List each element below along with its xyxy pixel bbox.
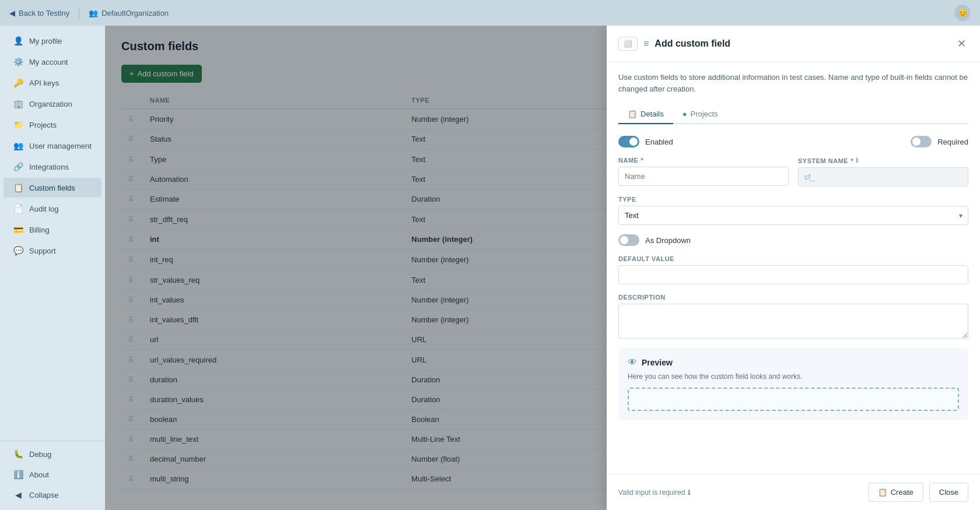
- create-button[interactable]: 📋 Create: [868, 483, 923, 502]
- tab-details[interactable]: 📋 Details: [618, 105, 673, 124]
- sidebar-item-custom-fields[interactable]: 📋 Custom fields: [4, 178, 102, 198]
- back-arrow-icon: ◀: [9, 9, 15, 17]
- projects-icon: 📁: [13, 120, 23, 129]
- sidebar-item-user-management[interactable]: 👥 User management: [4, 136, 102, 156]
- sidebar-item-label: Integrations: [29, 163, 69, 171]
- sidebar-item-my-profile[interactable]: 👤 My profile: [4, 31, 102, 51]
- enabled-toggle-slider: [618, 136, 639, 147]
- back-button[interactable]: ◀ Back to Testiny: [9, 9, 69, 17]
- sidebar: 👤 My profile ⚙️ My account 🔑 API keys 🏢 …: [0, 26, 105, 510]
- sidebar-item-label: User management: [29, 142, 92, 150]
- as-dropdown-toggle-slider: [618, 234, 639, 246]
- topbar: ◀ Back to Testiny 👥 DefaultOrganization …: [0, 0, 980, 26]
- preview-title: Preview: [642, 358, 673, 367]
- close-button[interactable]: Close: [929, 483, 968, 502]
- sidebar-item-collapse[interactable]: ◀ Collapse: [4, 485, 102, 505]
- required-toggle[interactable]: [911, 136, 932, 147]
- back-label: Back to Testiny: [19, 9, 69, 17]
- sidebar-item-label: My profile: [29, 37, 62, 45]
- system-name-label: SYSTEM NAME * ℹ: [798, 157, 968, 164]
- name-label: NAME *: [618, 157, 789, 164]
- system-name-input[interactable]: [798, 167, 968, 187]
- create-icon: 📋: [878, 488, 887, 497]
- preview-description: Here you can see how the custom field lo…: [628, 372, 959, 381]
- add-custom-field-modal: ⬜ ≡ Add custom field ✕ Use custom fields…: [607, 26, 980, 510]
- sidebar-item-label: My account: [29, 58, 68, 66]
- modal-body: Use custom fields to store additional in…: [607, 62, 980, 474]
- content-area: Custom fields + Add custom field NAME TY…: [105, 26, 980, 510]
- description-group: DESCRIPTION: [618, 294, 968, 339]
- modal-collapse-button[interactable]: ⬜: [618, 37, 638, 51]
- sidebar-item-projects[interactable]: 📁 Projects: [4, 115, 102, 135]
- sidebar-item-debug[interactable]: 🐛 Debug: [4, 444, 102, 464]
- type-label: TYPE: [618, 196, 968, 203]
- sidebar-item-label: Organization: [29, 100, 72, 108]
- name-row: NAME * SYSTEM NAME * ℹ: [618, 157, 968, 187]
- sidebar-item-label: Collapse: [29, 491, 59, 500]
- preview-header: 👁 Preview: [628, 357, 959, 368]
- preview-section: 👁 Preview Here you can see how the custo…: [618, 348, 968, 420]
- default-value-group: DEFAULT VALUE: [618, 255, 968, 284]
- valid-input-message: Valid input is required ℹ: [618, 488, 862, 497]
- sidebar-item-label: Custom fields: [29, 184, 75, 192]
- system-name-required-star: *: [850, 157, 853, 164]
- enabled-toggle[interactable]: [618, 136, 639, 147]
- about-icon: ℹ️: [13, 470, 23, 479]
- modal-header: ⬜ ≡ Add custom field ✕: [607, 26, 980, 62]
- tab-projects[interactable]: ● Projects: [673, 105, 727, 124]
- type-select[interactable]: Text Number (integer) Number (float) Dur…: [618, 206, 968, 225]
- modal-description: Use custom fields to store additional in…: [618, 72, 968, 94]
- as-dropdown-row: As Dropdown: [618, 234, 968, 246]
- collapse-icon: ◀: [13, 490, 23, 500]
- debug-icon: 🐛: [13, 449, 23, 459]
- modal-close-button[interactable]: ✕: [955, 35, 968, 52]
- preview-input[interactable]: [635, 395, 952, 403]
- modal-title: Add custom field: [654, 38, 949, 49]
- integrations-icon: 🔗: [13, 162, 23, 171]
- sidebar-item-label: Debug: [29, 450, 51, 459]
- toggle-row: Enabled Required: [618, 136, 968, 147]
- as-dropdown-label: As Dropdown: [645, 236, 691, 245]
- tab-details-icon: 📋: [628, 110, 637, 118]
- sidebar-item-label: Support: [29, 247, 56, 255]
- description-textarea[interactable]: [618, 304, 968, 339]
- sidebar-item-api-keys[interactable]: 🔑 API keys: [4, 73, 102, 93]
- system-name-group: SYSTEM NAME * ℹ: [798, 157, 968, 187]
- sidebar-item-support[interactable]: 💬 Support: [4, 241, 102, 261]
- sidebar-item-organization[interactable]: 🏢 Organization: [4, 94, 102, 114]
- as-dropdown-toggle[interactable]: [618, 234, 639, 246]
- name-input[interactable]: [618, 167, 789, 186]
- tab-projects-label: Projects: [691, 110, 718, 118]
- sidebar-item-billing[interactable]: 💳 Billing: [4, 220, 102, 240]
- required-label: Required: [937, 138, 968, 146]
- billing-icon: 💳: [13, 225, 23, 234]
- custom-fields-icon: 📋: [13, 183, 23, 192]
- sidebar-item-my-account[interactable]: ⚙️ My account: [4, 52, 102, 72]
- type-select-wrapper: Text Number (integer) Number (float) Dur…: [618, 206, 968, 225]
- sidebar-item-audit-log[interactable]: 📄 Audit log: [4, 199, 102, 219]
- default-value-label: DEFAULT VALUE: [618, 255, 968, 262]
- avatar-button[interactable]: 😊: [954, 5, 971, 21]
- org-name: DefaultOrganization: [102, 9, 169, 17]
- sidebar-item-about[interactable]: ℹ️ About: [4, 465, 102, 484]
- account-icon: ⚙️: [13, 57, 23, 66]
- enabled-label: Enabled: [645, 138, 673, 146]
- name-required-star: *: [640, 157, 643, 164]
- required-toggle-slider: [911, 136, 932, 147]
- tab-projects-icon: ●: [682, 110, 687, 118]
- close-label: Close: [939, 488, 958, 497]
- create-label: Create: [891, 488, 914, 497]
- sidebar-item-label: API keys: [29, 79, 59, 87]
- tab-details-label: Details: [640, 110, 664, 118]
- api-keys-icon: 🔑: [13, 78, 23, 87]
- topbar-divider: [79, 7, 79, 19]
- type-group: TYPE Text Number (integer) Number (float…: [618, 196, 968, 225]
- audit-log-icon: 📄: [13, 204, 23, 213]
- sidebar-item-label: About: [29, 470, 49, 479]
- preview-field: [628, 388, 959, 411]
- profile-icon: 👤: [13, 36, 23, 45]
- main-layout: 👤 My profile ⚙️ My account 🔑 API keys 🏢 …: [0, 26, 980, 510]
- sidebar-item-label: Projects: [29, 121, 57, 129]
- sidebar-item-integrations[interactable]: 🔗 Integrations: [4, 157, 102, 177]
- default-value-input[interactable]: [618, 265, 968, 284]
